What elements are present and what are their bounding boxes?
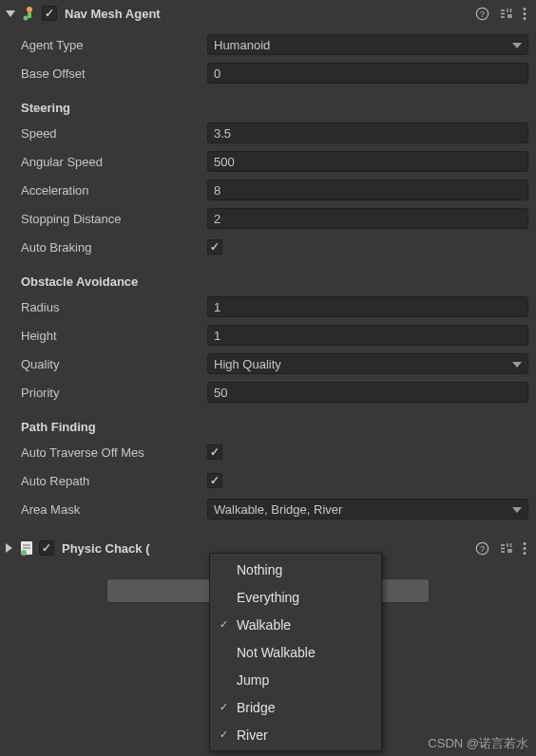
help-icon[interactable]: ? xyxy=(475,7,489,21)
area-mask-option-label: River xyxy=(237,728,268,743)
area-mask-option-label: Jump xyxy=(237,672,269,688)
foldout-right-icon[interactable] xyxy=(6,543,12,553)
stopping-distance-input[interactable] xyxy=(207,208,528,229)
area-mask-option[interactable]: Nothing xyxy=(210,556,381,583)
svg-point-5 xyxy=(524,8,526,10)
script-icon xyxy=(18,539,35,557)
nav-mesh-agent-header[interactable]: Nav Mesh Agent ? xyxy=(0,0,536,27)
nav-agent-icon xyxy=(21,5,38,22)
context-menu-icon[interactable] xyxy=(523,7,526,21)
quality-label: Quality xyxy=(21,357,207,371)
area-mask-option-label: Walkable xyxy=(237,617,291,633)
acceleration-input[interactable] xyxy=(207,180,528,200)
presets-icon[interactable] xyxy=(499,7,513,21)
watermark: CSDN @诺言若水 xyxy=(428,735,528,752)
agent-type-dropdown[interactable]: Humanoid xyxy=(207,34,528,55)
svg-point-7 xyxy=(524,17,526,20)
speed-input[interactable] xyxy=(207,123,528,143)
svg-rect-1 xyxy=(28,12,31,18)
path-finding-section-title: Path Finding xyxy=(21,420,528,434)
presets-icon[interactable] xyxy=(499,541,513,556)
auto-traverse-label: Auto Traverse Off Mes xyxy=(21,445,207,460)
height-label: Height xyxy=(21,329,207,343)
svg-text:?: ? xyxy=(480,9,485,19)
foldout-down-icon[interactable] xyxy=(6,10,15,17)
area-mask-option-label: Not Walkable xyxy=(237,645,316,660)
help-icon[interactable]: ? xyxy=(475,541,489,556)
area-mask-option[interactable]: Not Walkable xyxy=(210,638,381,666)
quality-dropdown[interactable]: High Quality xyxy=(207,353,528,374)
area-mask-label: Area Mask xyxy=(21,502,207,517)
area-mask-dropdown[interactable]: Walkable, Bridge, River xyxy=(207,499,528,520)
svg-point-0 xyxy=(27,7,32,12)
auto-repath-checkbox[interactable] xyxy=(207,473,222,488)
area-mask-option-label: Everything xyxy=(237,590,299,605)
svg-point-13 xyxy=(524,547,526,550)
svg-point-9 xyxy=(21,550,27,556)
priority-label: Priority xyxy=(21,386,207,400)
angular-speed-label: Angular Speed xyxy=(21,155,207,169)
stopping-distance-label: Stopping Distance xyxy=(21,212,207,226)
priority-input[interactable] xyxy=(207,382,528,403)
svg-point-6 xyxy=(524,12,526,15)
check-icon: ✓ xyxy=(220,728,237,741)
context-menu-icon[interactable] xyxy=(523,541,526,556)
svg-point-12 xyxy=(524,542,526,545)
area-mask-popup: NothingEverything✓WalkableNot WalkableJu… xyxy=(209,553,382,751)
base-offset-label: Base Offset xyxy=(21,66,207,81)
area-mask-option[interactable]: ✓River xyxy=(210,721,381,748)
acceleration-label: Acceleration xyxy=(21,183,207,198)
area-mask-option[interactable]: Everything xyxy=(210,583,381,611)
speed-label: Speed xyxy=(21,126,207,141)
steering-section-title: Steering xyxy=(21,101,528,115)
svg-text:?: ? xyxy=(480,544,485,554)
auto-traverse-checkbox[interactable] xyxy=(207,444,222,460)
physic-chack-enabled-checkbox[interactable] xyxy=(39,540,54,556)
angular-speed-input[interactable] xyxy=(207,151,528,172)
height-input[interactable] xyxy=(207,325,528,346)
area-mask-option[interactable]: Jump xyxy=(210,666,381,693)
radius-label: Radius xyxy=(21,300,207,314)
area-mask-option-label: Bridge xyxy=(237,700,275,715)
check-icon: ✓ xyxy=(220,618,237,631)
svg-point-14 xyxy=(524,552,526,555)
svg-point-2 xyxy=(24,16,29,21)
auto-braking-label: Auto Braking xyxy=(21,240,207,255)
auto-repath-label: Auto Repath xyxy=(21,474,207,488)
area-mask-option-label: Nothing xyxy=(237,562,282,577)
base-offset-input[interactable] xyxy=(207,63,528,84)
nav-mesh-agent-enabled-checkbox[interactable] xyxy=(42,6,57,21)
area-mask-option[interactable]: ✓Walkable xyxy=(210,611,381,638)
component-title: Nav Mesh Agent xyxy=(65,7,471,21)
radius-input[interactable] xyxy=(207,296,528,317)
check-icon: ✓ xyxy=(220,701,237,713)
agent-type-label: Agent Type xyxy=(21,38,207,52)
nav-mesh-agent-body: Agent Type Humanoid Base Offset Steering… xyxy=(0,27,536,535)
area-mask-option[interactable]: ✓Bridge xyxy=(210,693,381,721)
obstacle-avoidance-section-title: Obstacle Avoidance xyxy=(21,274,528,289)
auto-braking-checkbox[interactable] xyxy=(207,239,222,255)
